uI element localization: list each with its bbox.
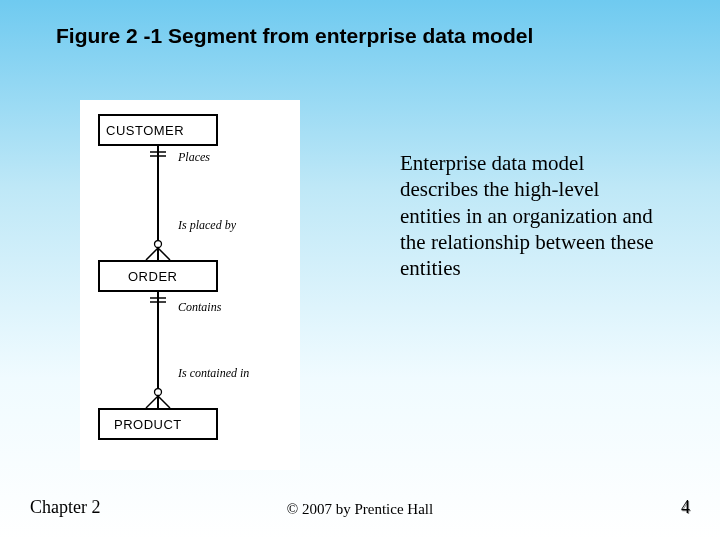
svg-line-3 bbox=[158, 248, 170, 260]
svg-line-7 bbox=[146, 396, 158, 408]
entity-order: ORDER bbox=[98, 260, 218, 292]
entity-product: PRODUCT bbox=[98, 408, 218, 440]
rel-is-contained-in: Is contained in bbox=[178, 366, 249, 381]
er-diagram: CUSTOMER ORDER PRODUCT P bbox=[80, 100, 300, 470]
description-text: Enterprise data model describes the high… bbox=[400, 150, 660, 281]
rel-is-placed-by: Is placed by bbox=[178, 218, 236, 233]
svg-point-6 bbox=[155, 389, 162, 396]
footer-page-number: 4 bbox=[681, 497, 690, 518]
svg-point-0 bbox=[155, 241, 162, 248]
svg-line-1 bbox=[146, 248, 158, 260]
rel-contains: Contains bbox=[178, 300, 221, 315]
rel-places: Places bbox=[178, 150, 210, 165]
entity-customer: CUSTOMER bbox=[98, 114, 218, 146]
figure-title: Figure 2 -1 Segment from enterprise data… bbox=[56, 24, 680, 48]
svg-line-9 bbox=[158, 396, 170, 408]
footer-copyright: © 2007 by Prentice Hall bbox=[0, 501, 720, 518]
